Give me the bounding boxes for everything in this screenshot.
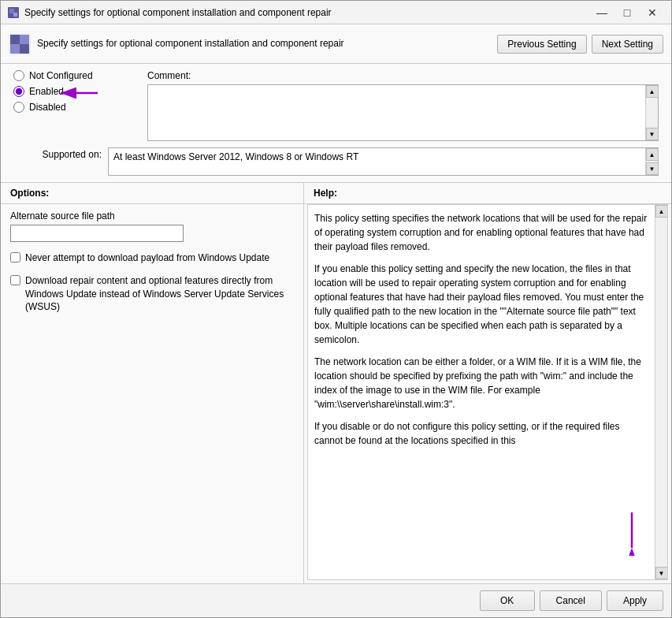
scroll-up-arrow[interactable]: ▲ [646, 85, 659, 98]
not-configured-option[interactable]: Not Configured [13, 70, 139, 81]
disabled-label: Disabled [29, 102, 66, 113]
svg-rect-6 [10, 44, 20, 54]
help-panel: This policy setting specifies the networ… [304, 204, 671, 583]
help-text: This policy setting specifies the networ… [308, 205, 667, 462]
supported-scroll-down[interactable]: ▼ [646, 162, 659, 175]
not-configured-label: Not Configured [29, 70, 93, 81]
radio-comment-row: Not Configured Enabled Disabled [1, 64, 671, 144]
previous-setting-button[interactable]: Previous Setting [497, 35, 586, 54]
options-panel: Alternate source file path Never attempt… [1, 204, 304, 583]
ok-button[interactable]: OK [480, 590, 535, 611]
window-icon [7, 6, 20, 19]
next-setting-button[interactable]: Next Setting [592, 35, 663, 54]
help-content-wrapper: This policy setting specifies the networ… [307, 204, 668, 580]
columns-labels-row: Options: Help: [1, 182, 671, 204]
help-scroll-down[interactable]: ▼ [655, 567, 668, 579]
alternate-source-input[interactable] [10, 225, 184, 242]
minimize-button[interactable]: — [589, 1, 614, 24]
header-buttons: Previous Setting Next Setting [497, 35, 663, 54]
window-controls: — □ ✕ [589, 1, 665, 24]
supported-value: At least Windows Server 2012, Windows 8 … [113, 151, 358, 162]
help-scrollbar[interactable]: ▲ ▼ [655, 205, 667, 579]
supported-box: At least Windows Server 2012, Windows 8 … [108, 147, 659, 176]
radio-column: Not Configured Enabled Disabled [13, 70, 139, 141]
comment-box[interactable]: ▲ ▼ [147, 84, 659, 141]
main-window: Specify settings for optional component … [0, 0, 672, 618]
main-area: Alternate source file path Never attempt… [1, 204, 671, 583]
never-download-label: Never attempt to download payload from W… [25, 251, 269, 265]
close-button[interactable]: ✕ [640, 1, 665, 24]
disabled-option[interactable]: Disabled [13, 102, 139, 113]
enabled-label: Enabled [29, 86, 64, 97]
download-repair-checkbox[interactable] [10, 275, 20, 285]
comment-label: Comment: [147, 70, 659, 81]
scroll-track [646, 98, 658, 128]
header-title: Specify settings for optional component … [37, 38, 491, 50]
supported-scroll-up[interactable]: ▲ [646, 148, 659, 161]
scroll-down-arrow[interactable]: ▼ [646, 128, 659, 140]
window-title: Specify settings for optional component … [24, 7, 589, 18]
svg-rect-5 [20, 35, 29, 44]
not-configured-radio[interactable] [13, 70, 24, 81]
enabled-option[interactable]: Enabled [13, 86, 139, 97]
download-repair-label: Download repair content and optional fea… [25, 274, 294, 314]
comment-scrollbar[interactable]: ▲ ▼ [645, 85, 658, 140]
cancel-button[interactable]: Cancel [540, 590, 602, 611]
help-scroll-track [655, 218, 667, 567]
never-download-checkbox[interactable] [10, 252, 20, 262]
checkbox2-item: Download repair content and optional fea… [10, 274, 294, 314]
help-para-4: If you disable or do not configure this … [314, 419, 648, 448]
help-para-3: The network location can be either a fol… [314, 355, 648, 411]
help-header: Help: [304, 183, 671, 203]
supported-row: Supported on: At least Windows Server 20… [1, 144, 671, 182]
alternate-source-label: Alternate source file path [10, 210, 294, 222]
options-header: Options: [1, 183, 304, 203]
title-bar: Specify settings for optional component … [1, 1, 671, 24]
supported-label: Supported on: [13, 147, 108, 160]
supported-scrollbar[interactable]: ▲ ▼ [645, 148, 658, 175]
options-content: Alternate source file path Never attempt… [10, 210, 294, 314]
svg-rect-7 [20, 44, 29, 54]
help-para-1: This policy setting specifies the networ… [314, 211, 648, 254]
svg-rect-2 [13, 13, 17, 17]
svg-rect-4 [10, 35, 20, 44]
checkbox1-item: Never attempt to download payload from W… [10, 251, 294, 265]
help-para-2: If you enable this policy setting and sp… [314, 262, 648, 347]
comment-column: Comment: ▲ ▼ [147, 70, 659, 141]
disabled-radio[interactable] [13, 102, 24, 113]
alternate-source-field-group: Alternate source file path [10, 210, 294, 242]
header-bar: Specify settings for optional component … [1, 24, 671, 64]
apply-button[interactable]: Apply [607, 590, 663, 611]
header-icon [9, 33, 31, 55]
footer-bar: OK Cancel Apply [1, 583, 671, 617]
maximize-button[interactable]: □ [614, 1, 640, 24]
help-scroll-up[interactable]: ▲ [655, 205, 668, 218]
enabled-radio[interactable] [13, 86, 24, 97]
